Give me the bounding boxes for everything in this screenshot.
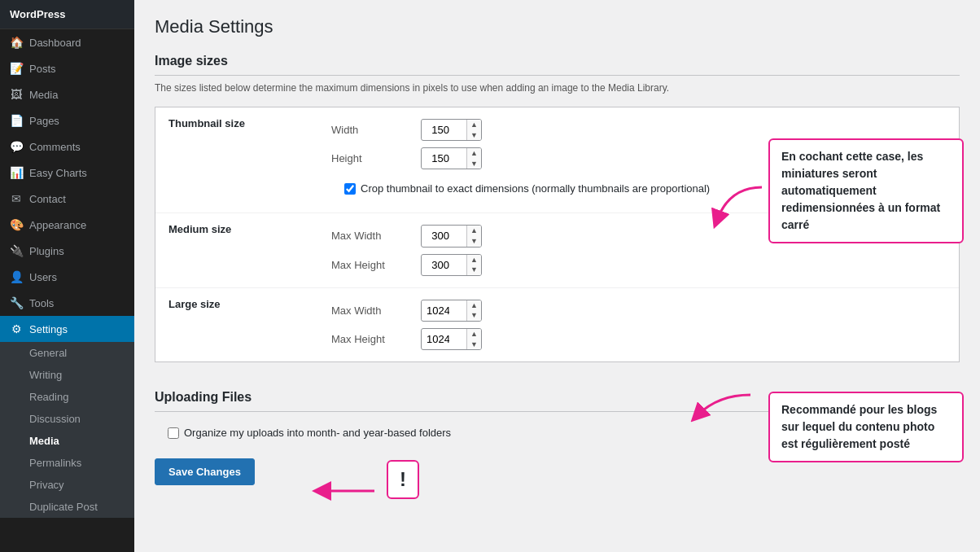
- thumbnail-height-input[interactable]: [422, 149, 466, 168]
- large-width-input-wrap[interactable]: ▲ ▼: [421, 300, 482, 322]
- easy-charts-icon: 📊: [10, 166, 23, 179]
- submenu-item-permalinks[interactable]: Permalinks: [0, 452, 134, 474]
- exclamation-text: !: [400, 468, 406, 491]
- large-height-label: Max Height: [331, 333, 413, 345]
- annotation-bubble-2-text: Recommandé pour les blogs sur lequel du …: [781, 403, 937, 450]
- submenu-item-discussion[interactable]: Discussion: [0, 408, 134, 430]
- large-height-down[interactable]: ▼: [467, 340, 481, 350]
- tools-icon: 🔧: [10, 296, 23, 309]
- large-height-up[interactable]: ▲: [467, 329, 481, 340]
- sidebar-item-tools[interactable]: 🔧Tools: [0, 290, 134, 316]
- large-width-input[interactable]: [422, 301, 466, 320]
- large-height-input[interactable]: [422, 330, 466, 348]
- sidebar-item-dashboard[interactable]: 🏠Dashboard: [0, 29, 134, 55]
- sidebar-item-easy-charts[interactable]: 📊Easy Charts: [0, 160, 134, 186]
- thumbnail-label: Thumbnail size: [168, 116, 331, 129]
- appearance-icon: 🎨: [10, 218, 23, 231]
- thumbnail-height-up[interactable]: ▲: [467, 148, 481, 159]
- medium-width-input-wrap[interactable]: ▲ ▼: [421, 225, 482, 247]
- thumbnail-width-label: Width: [331, 124, 413, 136]
- thumbnail-width-input[interactable]: [422, 120, 466, 139]
- annotation-bubble-1-text: En cochant cette case, les miniatures se…: [781, 150, 940, 231]
- large-label: Large size: [168, 296, 331, 310]
- exclamation-bubble: !: [387, 460, 419, 499]
- image-sizes-title: Image sizes: [155, 54, 960, 76]
- sidebar-item-contact[interactable]: ✉Contact: [0, 186, 134, 212]
- sidebar-item-comments[interactable]: 💬Comments: [0, 134, 134, 160]
- sidebar-item-settings[interactable]: ⚙Settings: [0, 316, 134, 342]
- medium-width-label: Max Width: [331, 230, 413, 242]
- submenu-item-writing[interactable]: Writing: [0, 364, 134, 386]
- settings-icon: ⚙: [10, 322, 23, 335]
- large-height-input-wrap[interactable]: ▲ ▼: [421, 328, 482, 350]
- large-fields: Max Width ▲ ▼ Max Height: [331, 296, 946, 353]
- medium-height-down[interactable]: ▼: [467, 265, 481, 275]
- annotation-arrow-3: [309, 475, 383, 507]
- large-width-label: Max Width: [331, 304, 413, 317]
- users-icon: 👤: [10, 270, 23, 283]
- sidebar-item-media[interactable]: 🖼Media: [0, 81, 134, 107]
- thumbnail-height-input-wrap[interactable]: ▲ ▼: [421, 147, 482, 169]
- sidebar-item-users[interactable]: 👤Users: [0, 264, 134, 290]
- save-button[interactable]: Save Changes: [155, 458, 255, 485]
- thumbnail-crop-checkbox[interactable]: [344, 183, 356, 195]
- sidebar-item-plugins[interactable]: 🔌Plugins: [0, 238, 134, 264]
- sidebar-item-posts[interactable]: 📝Posts: [0, 55, 134, 81]
- medium-height-input-wrap[interactable]: ▲ ▼: [421, 254, 482, 276]
- thumbnail-width-input-wrap[interactable]: ▲ ▼: [421, 119, 482, 141]
- submenu-item-reading[interactable]: Reading: [0, 386, 134, 408]
- medium-height-row: Max Height ▲ ▼: [331, 251, 946, 279]
- large-row: Large size Max Width ▲ ▼ Max He: [155, 288, 959, 361]
- thumbnail-crop-label[interactable]: Crop thumbnail to exact dimensions (norm…: [361, 182, 710, 195]
- annotation-bubble-1: En cochant cette case, les miniatures se…: [768, 138, 964, 243]
- posts-icon: 📝: [10, 62, 23, 75]
- sidebar-item-appearance[interactable]: 🎨Appearance: [0, 212, 134, 238]
- large-width-down[interactable]: ▼: [467, 310, 481, 321]
- contact-icon: ✉: [10, 192, 23, 205]
- sidebar-nav: 🏠Dashboard📝Posts🖼Media📄Pages💬Comments📊Ea…: [0, 29, 134, 518]
- submenu-item-privacy[interactable]: Privacy: [0, 474, 134, 496]
- comments-icon: 💬: [10, 140, 23, 153]
- large-width-row: Max Width ▲ ▼: [331, 296, 946, 325]
- medium-height-up[interactable]: ▲: [467, 255, 481, 265]
- thumbnail-width-up[interactable]: ▲: [467, 120, 481, 130]
- thumbnail-crop-checkbox-wrap: Crop thumbnail to exact dimensions (norm…: [331, 176, 723, 201]
- large-height-row: Max Height ▲ ▼: [331, 325, 946, 353]
- submenu-item-media[interactable]: Media: [0, 430, 134, 452]
- submenu-item-duplicate-post[interactable]: Duplicate Post: [0, 496, 134, 518]
- thumbnail-width-down[interactable]: ▼: [467, 130, 481, 141]
- medium-width-up[interactable]: ▲: [467, 226, 481, 236]
- medium-height-label: Max Height: [331, 259, 413, 271]
- organize-checkbox[interactable]: [168, 427, 179, 439]
- plugins-icon: 🔌: [10, 244, 23, 257]
- medium-width-down[interactable]: ▼: [467, 236, 481, 247]
- image-sizes-desc: The sizes listed below determine the max…: [155, 82, 960, 94]
- pages-icon: 📄: [10, 114, 23, 127]
- settings-submenu: GeneralWritingReadingDiscussionMediaPerm…: [0, 342, 134, 518]
- medium-width-input[interactable]: [422, 226, 466, 245]
- large-width-up[interactable]: ▲: [467, 300, 481, 311]
- organize-label[interactable]: Organize my uploads into month- and year…: [184, 427, 451, 439]
- medium-label: Medium size: [168, 221, 331, 235]
- annotation-arrow-2: [685, 383, 759, 423]
- save-button-wrap: Save Changes: [155, 458, 960, 485]
- annotation-arrow-1: [705, 179, 770, 228]
- annotation-bubble-2: Recommandé pour les blogs sur lequel du …: [768, 392, 964, 462]
- thumbnail-height-label: Height: [331, 152, 413, 164]
- sidebar-header: WordPress: [0, 0, 134, 29]
- main-content: Media Settings Image sizes The sizes lis…: [134, 0, 980, 552]
- thumbnail-height-down[interactable]: ▼: [467, 159, 481, 169]
- submenu-item-general[interactable]: General: [0, 342, 134, 364]
- media-icon: 🖼: [10, 88, 23, 101]
- sidebar: WordPress 🏠Dashboard📝Posts🖼Media📄Pages💬C…: [0, 0, 134, 552]
- dashboard-icon: 🏠: [10, 36, 23, 49]
- sidebar-item-pages[interactable]: 📄Pages: [0, 107, 134, 134]
- medium-height-input[interactable]: [422, 256, 466, 274]
- page-title: Media Settings: [155, 16, 960, 37]
